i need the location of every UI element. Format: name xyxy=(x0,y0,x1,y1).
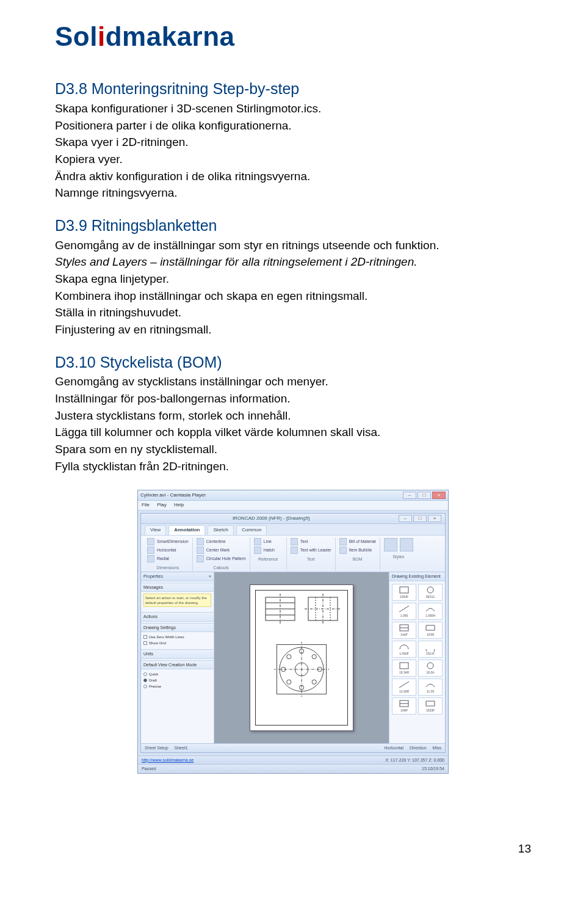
ref-label[interactable]: Hatch xyxy=(264,547,275,553)
tab-annotation[interactable]: Annotation xyxy=(168,525,205,535)
svg-point-20 xyxy=(312,655,316,659)
ref-icon[interactable] xyxy=(254,547,261,554)
paragraph: Positionera parter i de olika konfigurat… xyxy=(55,118,531,134)
minimize-button[interactable]: – xyxy=(403,492,416,499)
inner-minimize-button[interactable]: – xyxy=(399,515,412,522)
thumbnail-item[interactable]: 1.09dF xyxy=(392,641,416,658)
svg-point-29 xyxy=(427,663,433,669)
dim-label[interactable]: Radial xyxy=(157,556,169,561)
top-view-right xyxy=(304,594,342,624)
paragraph: Skapa vyer i 2D-ritningen. xyxy=(55,134,531,150)
main-view-wheel xyxy=(274,642,329,697)
paragraph: Skapa konfigurationer i 3D-scenen Stirli… xyxy=(55,101,531,117)
text-icon[interactable] xyxy=(291,547,298,554)
dim-icon[interactable] xyxy=(147,547,154,554)
tab-common[interactable]: Common xyxy=(236,525,267,535)
bom-icon[interactable] xyxy=(339,547,347,554)
footer-coords: X: 117.228 Y: 107.357 Z: 0.000 xyxy=(385,757,444,763)
status-direction: Direction xyxy=(410,745,427,751)
section-title: D3.8 Monteringsritning Step-by-step xyxy=(55,79,531,100)
group-title-styles: Styles xyxy=(384,554,413,559)
section-block: D3.9 RitningsblankettenGenomgång av de i… xyxy=(55,216,531,338)
ribbon-group-bom: Bill of Material Item Bubble BOM xyxy=(336,537,380,571)
thumbnail-item[interactable]: 0E011 xyxy=(418,584,443,601)
bom-icon[interactable] xyxy=(339,538,347,545)
callout-label[interactable]: Circular Hole Pattern xyxy=(206,556,246,561)
thumb-panel-header: Drawing Existing Element xyxy=(389,572,445,581)
thumbnail-item[interactable]: 11.00 xyxy=(418,678,443,696)
callout-label[interactable]: Center Mark xyxy=(206,547,230,553)
thumbnail-item[interactable]: 18.0A xyxy=(418,660,443,677)
close-button[interactable]: × xyxy=(432,492,446,499)
status-sheet-setup[interactable]: Sheet Setup xyxy=(145,745,168,751)
ref-label[interactable]: Line xyxy=(264,539,272,544)
text-label[interactable]: Text xyxy=(300,539,308,544)
drawing-canvas[interactable] xyxy=(214,572,389,743)
creation-mode-header: Default View Creation Mode xyxy=(141,660,214,669)
thumbnail-item[interactable]: 1H39 xyxy=(418,622,443,639)
svg-point-19 xyxy=(287,655,291,659)
radio-quick[interactable]: Quick xyxy=(143,671,211,677)
group-title-reference: Reference xyxy=(254,556,283,562)
ribbon-group-callouts: Centerline Center Mark Circular Hole Pat… xyxy=(193,537,250,571)
thumbnail-item[interactable]: 1533F xyxy=(418,697,443,715)
dim-label[interactable]: Horizontal xyxy=(157,547,176,553)
paragraph: Genomgång av stycklistans inställningar … xyxy=(55,374,531,390)
dim-label[interactable]: SmartDimension xyxy=(157,539,189,544)
bom-label[interactable]: Item Bubble xyxy=(349,547,372,553)
callout-icon[interactable] xyxy=(197,555,204,562)
inner-maximize-button[interactable]: □ xyxy=(413,515,427,522)
footer-link[interactable]: http://www.solidmakarna.se xyxy=(142,757,194,763)
paragraph: Genomgång av de inställningar som styr e… xyxy=(55,238,531,253)
thumbnail-item[interactable]: 101vF xyxy=(418,641,443,658)
dim-icon[interactable] xyxy=(147,555,154,562)
text-icon[interactable] xyxy=(291,538,298,545)
ref-icon[interactable] xyxy=(254,538,261,545)
radio-draft[interactable]: Draft xyxy=(143,677,211,683)
status-miss: Miss xyxy=(433,745,441,751)
svg-line-30 xyxy=(399,682,409,688)
paragraph: Fylla stycklistan från 2D-ritningen. xyxy=(55,459,531,475)
paragraph: Spara som en ny stycklistemall. xyxy=(55,442,531,457)
styles-icon[interactable] xyxy=(400,538,413,551)
menu-file[interactable]: File xyxy=(142,502,150,507)
section-block: D3.10 Styckelista (BOM)Genomgång av styc… xyxy=(55,352,531,475)
paragraph: Namnge ritningsvyerna. xyxy=(55,185,531,201)
messages-header: Messages xyxy=(141,583,214,592)
thumbnail-item[interactable]: 19.34R xyxy=(392,660,416,677)
menu-play[interactable]: Play xyxy=(157,502,167,507)
thumbnail-item[interactable]: 1.090 xyxy=(392,603,416,620)
ribbon-group-dimensions: SmartDimension Horizontal Radial Dimensi… xyxy=(143,537,193,571)
tab-sketch[interactable]: Sketch xyxy=(208,525,233,535)
logo-part1: Sol xyxy=(55,21,98,51)
inner-close-button[interactable]: × xyxy=(428,515,441,522)
maximize-button[interactable]: □ xyxy=(418,492,431,499)
logo-part2: dmakarna xyxy=(106,21,235,51)
chk-show-grid[interactable]: Show Grid xyxy=(143,640,211,646)
tab-view[interactable]: View xyxy=(145,525,166,535)
paragraph: Inställningar för pos-ballongernas infor… xyxy=(55,391,531,407)
callout-icon[interactable] xyxy=(197,538,204,545)
thumbnail-item[interactable]: 14dF xyxy=(392,622,416,639)
styles-icon[interactable] xyxy=(384,538,397,551)
properties-header: Properties× xyxy=(141,572,214,581)
status-horizontal: Horizontal xyxy=(384,745,403,751)
paragraph: Skapa egna linjetyper. xyxy=(55,271,531,287)
thumbnail-item[interactable]: 13.26R xyxy=(392,678,416,696)
thumbnail-item[interactable]: 106R xyxy=(392,697,416,715)
play-time: 15:10/19:54 xyxy=(422,766,444,771)
ironcad-titlebar: IRONCAD 2009 (NFR) - [Drawing5] – □ × xyxy=(141,514,445,524)
thumbnail-item[interactable]: 100dF xyxy=(392,584,416,601)
panel-close-icon[interactable]: × xyxy=(209,573,211,579)
menu-help[interactable]: Help xyxy=(174,502,184,507)
callout-label[interactable]: Centerline xyxy=(206,539,226,544)
status-sheet-tab[interactable]: Sheet1 xyxy=(175,745,188,751)
callout-icon[interactable] xyxy=(197,547,204,554)
text-label[interactable]: Text with Leader xyxy=(300,547,331,553)
thumbnail-item[interactable]: 1.085H xyxy=(418,603,443,620)
chk-zero-width[interactable]: Use Zero Width Lines xyxy=(143,634,211,640)
player-menubar: File Play Help xyxy=(138,501,448,511)
dim-icon[interactable] xyxy=(147,538,154,545)
radio-precise[interactable]: Precise xyxy=(143,683,211,689)
bom-label[interactable]: Bill of Material xyxy=(349,539,376,544)
